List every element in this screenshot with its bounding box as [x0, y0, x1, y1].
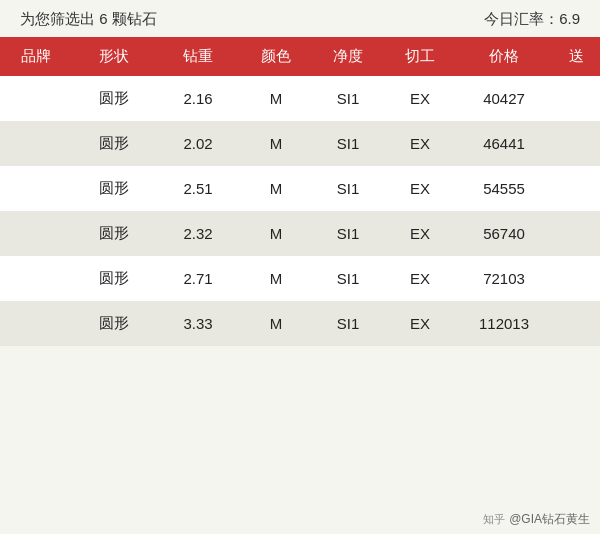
table-row: 圆形2.71MSI1EX72103 [0, 256, 600, 301]
col-header-cut: 切工 [384, 37, 456, 76]
cell-price: 54555 [456, 166, 552, 211]
cell-brand [0, 211, 72, 256]
cell-weight: 3.33 [156, 301, 240, 346]
cell-extra [552, 121, 600, 166]
cell-price: 40427 [456, 76, 552, 121]
cell-weight: 2.16 [156, 76, 240, 121]
cell-cut: EX [384, 301, 456, 346]
cell-color: M [240, 121, 312, 166]
table-row: 圆形2.32MSI1EX56740 [0, 211, 600, 256]
cell-extra [552, 211, 600, 256]
cell-extra [552, 256, 600, 301]
cell-clarity: SI1 [312, 76, 384, 121]
cell-price: 46441 [456, 121, 552, 166]
cell-shape: 圆形 [72, 256, 156, 301]
cell-weight: 2.32 [156, 211, 240, 256]
cell-color: M [240, 76, 312, 121]
exchange-rate: 今日汇率：6.9 [484, 10, 580, 29]
page-title: 为您筛选出 6 颗钻石 [20, 10, 157, 29]
cell-clarity: SI1 [312, 301, 384, 346]
cell-shape: 圆形 [72, 121, 156, 166]
col-header-color: 颜色 [240, 37, 312, 76]
cell-price: 112013 [456, 301, 552, 346]
col-header-weight: 钻重 [156, 37, 240, 76]
cell-cut: EX [384, 166, 456, 211]
cell-weight: 2.02 [156, 121, 240, 166]
cell-price: 72103 [456, 256, 552, 301]
cell-clarity: SI1 [312, 121, 384, 166]
cell-shape: 圆形 [72, 211, 156, 256]
cell-shape: 圆形 [72, 76, 156, 121]
cell-weight: 2.71 [156, 256, 240, 301]
footer-platform: 知乎 [483, 512, 505, 527]
cell-shape: 圆形 [72, 166, 156, 211]
cell-clarity: SI1 [312, 166, 384, 211]
cell-color: M [240, 211, 312, 256]
cell-shape: 圆形 [72, 301, 156, 346]
cell-price: 56740 [456, 211, 552, 256]
cell-color: M [240, 256, 312, 301]
cell-weight: 2.51 [156, 166, 240, 211]
cell-brand [0, 256, 72, 301]
col-header-extra: 送 [552, 37, 600, 76]
cell-brand [0, 76, 72, 121]
cell-cut: EX [384, 256, 456, 301]
table-row: 圆形2.16MSI1EX40427 [0, 76, 600, 121]
cell-cut: EX [384, 76, 456, 121]
table-row: 圆形2.02MSI1EX46441 [0, 121, 600, 166]
cell-clarity: SI1 [312, 256, 384, 301]
cell-brand [0, 301, 72, 346]
diamond-table: 品牌 形状 钻重 颜色 净度 切工 价格 送 圆形2.16MSI1EX40427… [0, 37, 600, 346]
col-header-price: 价格 [456, 37, 552, 76]
footer: 知乎 @GIA钻石黄生 [483, 511, 590, 528]
cell-color: M [240, 166, 312, 211]
cell-extra [552, 301, 600, 346]
col-header-clarity: 净度 [312, 37, 384, 76]
cell-cut: EX [384, 211, 456, 256]
cell-color: M [240, 301, 312, 346]
cell-brand [0, 121, 72, 166]
col-header-shape: 形状 [72, 37, 156, 76]
cell-extra [552, 76, 600, 121]
table-header-row: 品牌 形状 钻重 颜色 净度 切工 价格 送 [0, 37, 600, 76]
cell-cut: EX [384, 121, 456, 166]
col-header-brand: 品牌 [0, 37, 72, 76]
cell-brand [0, 166, 72, 211]
table-row: 圆形3.33MSI1EX112013 [0, 301, 600, 346]
cell-extra [552, 166, 600, 211]
top-bar: 为您筛选出 6 颗钻石 今日汇率：6.9 [0, 0, 600, 37]
table-row: 圆形2.51MSI1EX54555 [0, 166, 600, 211]
footer-author: @GIA钻石黄生 [509, 511, 590, 528]
cell-clarity: SI1 [312, 211, 384, 256]
